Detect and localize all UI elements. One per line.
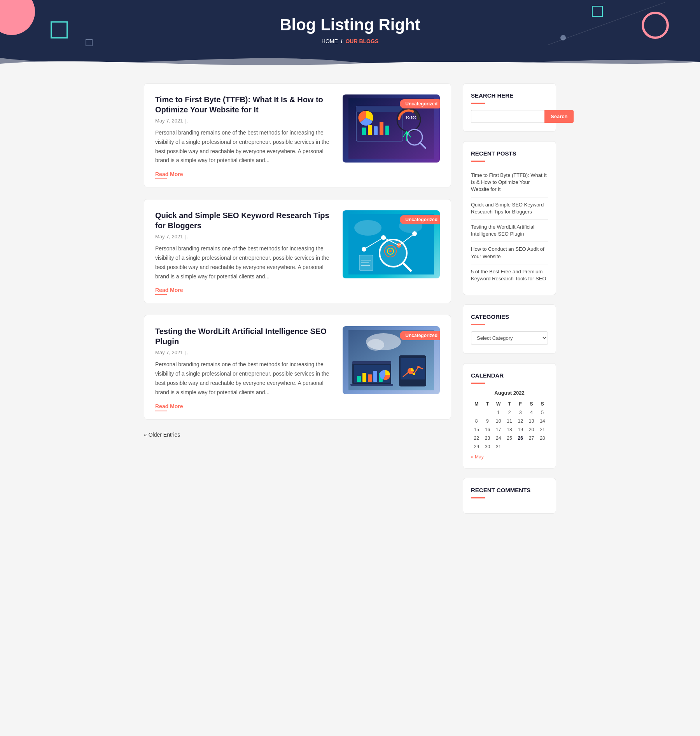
older-entries-link[interactable]: « Older Entries <box>144 432 180 438</box>
badge-3: Uncategorized <box>400 331 440 340</box>
calendar-title-line <box>471 383 485 384</box>
svg-text:90/100: 90/100 <box>406 115 416 119</box>
recent-post-item-4[interactable]: How to Conduct an SEO Audit of Your Webs… <box>471 242 548 264</box>
post-content-1: Time to First Byte (TTFB): What It Is & … <box>155 94 333 179</box>
recent-post-item-5[interactable]: 5 of the Best Free and Premium Keyword R… <box>471 264 548 286</box>
post-excerpt-3: Personal branding remains one of the bes… <box>155 360 333 397</box>
recent-comments-widget: RECENT COMMENTS <box>463 478 556 514</box>
post-title-1: Time to First Byte (TTFB): What It Is & … <box>155 94 333 115</box>
categories-widget: CATEGORIES Select Category SEO Blogging … <box>463 304 556 354</box>
recent-posts-widget: RECENT POSTS Time to First Byte (TTFB): … <box>463 141 556 295</box>
calendar-widget: CALENDAR August 2022 M T W T F S S <box>463 363 556 469</box>
older-entries: « Older Entries <box>144 431 451 438</box>
page-title: Blog Listing Right <box>0 16 700 34</box>
post-meta-1: May 7, 2021 | , <box>155 118 333 124</box>
recent-comments-title: RECENT COMMENTS <box>471 487 548 493</box>
recent-post-item-2[interactable]: Quick and Simple SEO Keyword Research Ti… <box>471 198 548 220</box>
main-wrap: Time to First Byte (TTFB): What It Is & … <box>136 72 564 542</box>
categories-title-line <box>471 324 485 325</box>
read-more-2[interactable]: Read More <box>155 287 183 295</box>
svg-rect-9 <box>385 126 389 135</box>
post-excerpt-1: Personal branding remains one of the bes… <box>155 128 333 165</box>
recent-comments-title-line <box>471 497 485 498</box>
recent-post-item-1[interactable]: Time to First Byte (TTFB): What It Is & … <box>471 168 548 198</box>
cal-header-w: W <box>493 400 504 408</box>
svg-rect-42 <box>362 373 366 382</box>
search-button[interactable]: Search <box>544 110 574 123</box>
search-input[interactable] <box>471 110 544 123</box>
header-wave <box>0 50 700 72</box>
svg-point-36 <box>367 339 384 351</box>
badge-2: Uncategorized <box>400 215 440 224</box>
cal-header-s1: S <box>526 400 537 408</box>
calendar-title: CALENDAR <box>471 372 548 379</box>
svg-point-50 <box>413 373 415 375</box>
cal-header-t1: T <box>482 400 493 408</box>
posts-column: Time to First Byte (TTFB): What It Is & … <box>144 83 451 523</box>
svg-rect-41 <box>357 376 361 382</box>
cal-week-4: 22 23 24 25 26 27 28 <box>471 434 548 442</box>
calendar-prev[interactable]: « May <box>471 454 484 460</box>
cal-header-m: M <box>471 400 482 408</box>
recent-posts-title: RECENT POSTS <box>471 150 548 157</box>
search-title-line <box>471 103 485 104</box>
badge-1: Uncategorized <box>400 99 440 108</box>
cal-week-1: 1 2 3 4 5 <box>471 408 548 417</box>
svg-rect-43 <box>368 374 372 382</box>
read-more-1[interactable]: Read More <box>155 171 183 179</box>
svg-rect-38 <box>352 361 391 364</box>
search-widget-title: SEARCH HERE <box>471 92 548 99</box>
post-title-3: Testing the WordLift Artificial Intellig… <box>155 326 333 346</box>
cal-week-2: 8 9 10 11 12 13 14 <box>471 417 548 425</box>
categories-title: CATEGORIES <box>471 313 548 320</box>
post-card-2: Quick and Simple SEO Keyword Research Ti… <box>144 199 451 303</box>
svg-rect-5 <box>362 128 366 135</box>
svg-rect-8 <box>380 122 383 135</box>
recent-post-item-3[interactable]: Testing the WordLift Artificial Intellig… <box>471 220 548 242</box>
post-meta-3: May 7, 2021 | , <box>155 350 333 355</box>
post-thumb-3: Uncategorized <box>343 326 440 394</box>
svg-point-29 <box>389 250 392 252</box>
calendar-month-year: August 2022 <box>471 390 548 396</box>
search-widget: SEARCH HERE Search <box>463 83 556 132</box>
svg-rect-6 <box>368 125 372 135</box>
breadcrumb-current: OUR BLOGS <box>345 38 378 44</box>
recent-posts-title-line <box>471 161 485 162</box>
cal-header-t2: T <box>504 400 515 408</box>
svg-point-15 <box>354 220 382 236</box>
post-card-3: Testing the WordLift Artificial Intellig… <box>144 315 451 419</box>
breadcrumb: HOME / OUR BLOGS <box>0 38 700 44</box>
svg-rect-7 <box>374 126 378 135</box>
post-card-1: Time to First Byte (TTFB): What It Is & … <box>144 83 451 187</box>
post-thumb-1: 90/100 <box>343 94 440 163</box>
svg-point-51 <box>417 366 420 368</box>
read-more-3[interactable]: Read More <box>155 403 183 411</box>
post-thumb-2: Uncategorized <box>343 210 440 278</box>
calendar-table: M T W T F S S 1 2 3 <box>471 400 548 451</box>
svg-rect-39 <box>350 384 393 386</box>
breadcrumb-separator: / <box>341 38 343 44</box>
search-form: Search <box>471 110 548 123</box>
cal-week-3: 15 16 17 18 19 20 21 <box>471 425 548 434</box>
breadcrumb-home[interactable]: HOME <box>322 38 338 44</box>
post-excerpt-2: Personal branding remains one of the bes… <box>155 244 333 281</box>
post-content-2: Quick and Simple SEO Keyword Research Ti… <box>155 210 333 295</box>
svg-rect-44 <box>373 371 377 382</box>
post-content-3: Testing the WordLift Artificial Intellig… <box>155 326 333 411</box>
deco-square-teal-2 <box>592 6 603 17</box>
cal-header-s2: S <box>537 400 548 408</box>
cal-header-f: F <box>515 400 526 408</box>
page-header: Blog Listing Right HOME / OUR BLOGS <box>0 0 700 72</box>
cal-week-5: 29 30 31 <box>471 442 548 451</box>
categories-select[interactable]: Select Category SEO Blogging Web Dev Unc… <box>471 331 548 345</box>
sidebar: SEARCH HERE Search RECENT POSTS Time to … <box>463 83 556 523</box>
calendar-nav: « May <box>471 454 548 460</box>
post-meta-2: May 7, 2021 | , <box>155 234 333 240</box>
post-title-2: Quick and Simple SEO Keyword Research Ti… <box>155 210 333 231</box>
